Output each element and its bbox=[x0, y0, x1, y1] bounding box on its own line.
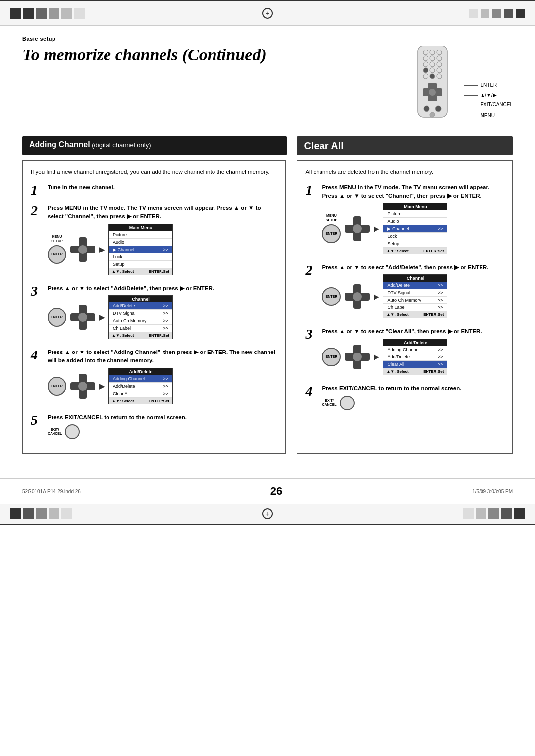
top-mark-squares bbox=[10, 8, 85, 19]
right-menu-footer-1: ▲▼: SelectENTER:Set bbox=[383, 248, 447, 254]
arrow-right-3: ▶ bbox=[99, 313, 105, 321]
title-text: To memorize channels (Continued) bbox=[22, 46, 267, 64]
right-menu-setup-badge: MENUSETUP bbox=[326, 214, 337, 222]
right-menu-picture: Picture bbox=[383, 210, 447, 218]
step-4-text: Press ▲ or ▼ to select "Adding Channel",… bbox=[48, 348, 277, 364]
left-step-3: 3 Press ▲ or ▼ to select "Add/Delete", t… bbox=[31, 284, 277, 343]
right-enter-2: ENTER bbox=[322, 287, 341, 306]
menu-item-lock: Lock bbox=[109, 253, 172, 261]
right-enter-button-1: ENTER bbox=[322, 224, 341, 243]
right-adddelete-clear: Clear All>> bbox=[383, 361, 447, 368]
step-4-diagram: ENTER ▶ Add/Delete Adding Channel>> Add/… bbox=[48, 368, 277, 404]
step-5-exit: EXIT/CANCEL bbox=[48, 424, 277, 439]
menu-label: MENU bbox=[480, 112, 494, 120]
section-headers: Adding Channel (digital channel only) Cl… bbox=[22, 136, 513, 155]
left-step-4: 4 Press ▲ or ▼ to select "Adding Channel… bbox=[31, 348, 277, 407]
svg-point-14 bbox=[430, 74, 435, 79]
section-label: Basic setup bbox=[22, 36, 513, 42]
right-channel-auto: Auto Ch Memory>> bbox=[383, 297, 447, 304]
adddelete-footer: ▲▼: SelectENTER:Set bbox=[109, 398, 172, 404]
step-num-1: 1 bbox=[31, 183, 43, 197]
right-dpad-2 bbox=[345, 284, 370, 309]
right-header-title: Clear All bbox=[304, 140, 343, 151]
top-registration-bar bbox=[0, 0, 535, 26]
right-adddelete-adding: Adding Channel>> bbox=[383, 346, 447, 353]
svg-point-18 bbox=[429, 89, 436, 96]
svg-point-19 bbox=[424, 106, 429, 112]
right-step-1-content: Press MENU in the TV mode. The TV menu s… bbox=[322, 183, 504, 257]
adddelete-item-clear: Clear All>> bbox=[109, 390, 172, 398]
right-channel-menu: Channel Add/Delete>> DTV Signal>> Auto C… bbox=[383, 274, 447, 318]
right-channel-title: Channel bbox=[383, 275, 447, 282]
bottom-right-squares bbox=[463, 508, 525, 519]
right-section-header: Clear All bbox=[297, 136, 513, 155]
right-step-4-text: Press EXIT/CANCEL to return to the norma… bbox=[322, 384, 504, 393]
right-arrow-3: ▶ bbox=[374, 353, 379, 361]
channel-menu-box: Channel Add/Delete>> DTV Signal>> Auto C… bbox=[108, 295, 173, 339]
svg-point-20 bbox=[435, 106, 441, 112]
arrow-right: ▶ bbox=[99, 246, 105, 253]
right-enter-3: ENTER bbox=[322, 348, 341, 366]
right-step-2-content: Press ▲ or ▼ to select "Add/Delete", the… bbox=[322, 263, 504, 322]
remote-illustration: ENTER ▲/▼/▶ EXIT/CANCEL MENU bbox=[408, 46, 513, 127]
left-step-5: 5 Press EXIT/CANCEL to return to the nor… bbox=[31, 413, 277, 440]
right-menu-lock: Lock bbox=[383, 233, 447, 240]
right-menu-setup: Setup bbox=[383, 240, 447, 248]
page-footer: 52G0101A P14-29.indd 26 26 1/5/09 3:03:0… bbox=[0, 478, 535, 504]
title-row: To memorize channels (Continued) bbox=[22, 46, 513, 127]
step-1-text: Tune in the new channel. bbox=[48, 183, 277, 192]
page-number: 26 bbox=[270, 485, 282, 498]
right-exit-cancel: EXIT/CANCEL bbox=[322, 396, 504, 410]
enter-button-4: ENTER bbox=[48, 377, 66, 396]
right-channel-dtv: DTV Signal>> bbox=[383, 289, 447, 297]
right-adddelete-title: Add/Delete bbox=[383, 339, 447, 346]
dpad-diagram bbox=[70, 237, 95, 262]
right-step-num-2: 2 bbox=[305, 263, 317, 277]
right-main-menu-box: Main Menu Picture Audio ▶ Channel>> Lock… bbox=[383, 203, 447, 254]
page-content: Basic setup To memorize channels (Contin… bbox=[0, 26, 535, 468]
right-step-4: 4 Press EXIT/CANCEL to return to the nor… bbox=[305, 384, 504, 410]
step-num-3: 3 bbox=[31, 284, 43, 298]
adddelete-item-adding: Adding Channel>> bbox=[109, 375, 172, 383]
step-5-text: Press EXIT/CANCEL to return to the norma… bbox=[48, 413, 277, 422]
exit-cancel-label: EXIT/CANCEL bbox=[480, 101, 513, 109]
enter-label: ENTER bbox=[480, 81, 497, 89]
left-header-sub: (digital channel only) bbox=[90, 141, 151, 149]
channel-menu-footer: ▲▼: SelectENTER:Set bbox=[109, 332, 172, 339]
step-5-content: Press EXIT/CANCEL to return to the norma… bbox=[48, 413, 277, 440]
bottom-registration-bar: + bbox=[0, 504, 535, 525]
right-step-num-4: 4 bbox=[305, 384, 317, 398]
center-registration-mark bbox=[262, 8, 273, 19]
right-main-menu-title: Main Menu bbox=[383, 203, 447, 210]
left-column: If you find a new channel unregistered, … bbox=[22, 160, 286, 454]
channel-item-adddelete: Add/Delete>> bbox=[109, 302, 172, 310]
right-step-2: 2 Press ▲ or ▼ to select "Add/Delete", t… bbox=[305, 263, 504, 322]
footer-file: 52G0101A P14-29.indd 26 bbox=[22, 489, 81, 494]
channel-item-auto: Auto Ch Memory>> bbox=[109, 317, 172, 325]
svg-point-10 bbox=[423, 68, 428, 73]
adddelete-item-add: Add/Delete>> bbox=[109, 383, 172, 390]
bottom-mark-squares bbox=[10, 508, 72, 519]
right-arrow-2: ▶ bbox=[374, 293, 379, 301]
step-3-content: Press ▲ or ▼ to select "Add/Delete", the… bbox=[48, 284, 277, 343]
arrows-label: ▲/▼/▶ bbox=[480, 91, 496, 99]
right-step-3-text: Press ▲ or ▼ to select "Clear All", then… bbox=[322, 327, 504, 336]
right-exit-badge: EXIT/CANCEL bbox=[322, 399, 336, 407]
right-adddelete-menu: Add/Delete Adding Channel>> Add/Delete>>… bbox=[383, 339, 447, 375]
exit-cancel-button bbox=[65, 424, 80, 439]
menu-item-setup: Setup bbox=[109, 261, 172, 268]
step-2-text: Press MENU in the TV mode. The TV menu s… bbox=[48, 204, 277, 220]
channel-menu-title: Channel bbox=[109, 296, 172, 302]
left-section-header: Adding Channel (digital channel only) bbox=[22, 136, 287, 155]
enter-button: ENTER bbox=[48, 245, 66, 264]
left-step-2: 2 Press MENU in the TV mode. The TV menu… bbox=[31, 204, 277, 278]
step-3-diagram: ENTER ▶ Channel Add/Delete>> DTV Signal>… bbox=[48, 295, 277, 339]
right-step-3-content: Press ▲ or ▼ to select "Clear All", then… bbox=[322, 327, 504, 378]
step-3-text: Press ▲ or ▼ to select "Add/Delete", the… bbox=[48, 284, 277, 293]
arrow-right-4: ▶ bbox=[99, 382, 105, 390]
right-dpad-1 bbox=[345, 216, 370, 241]
menu-item-channel: ▶ Channel>> bbox=[109, 246, 172, 253]
step-num-2: 2 bbox=[31, 204, 43, 218]
menu-item-picture: Picture bbox=[109, 231, 172, 239]
right-step-2-diagram: ENTER ▶ Channel Add/Delete>> DTV Signal>… bbox=[322, 274, 504, 318]
